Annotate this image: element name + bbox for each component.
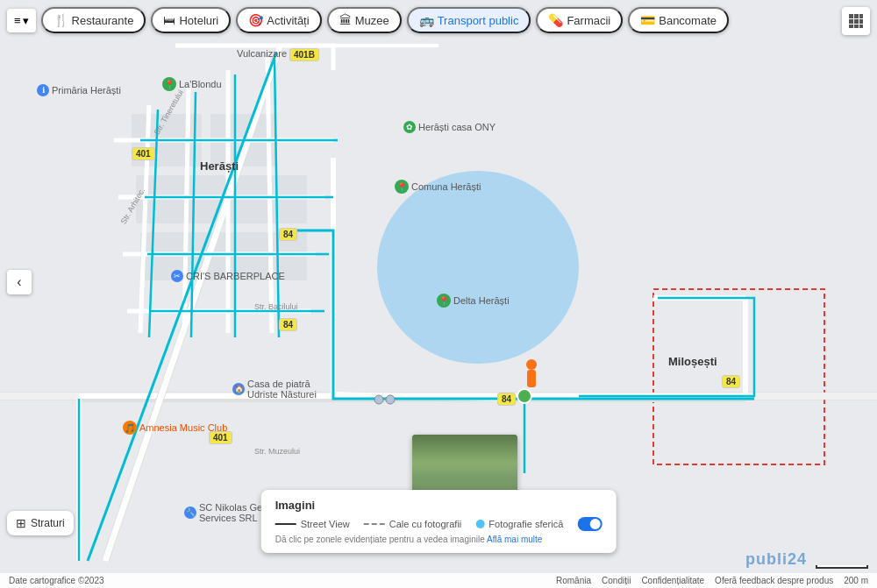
legend-foto-sferica: Fotografie sferică	[475, 519, 563, 529]
svg-rect-14	[527, 370, 536, 387]
foto-dot	[475, 520, 484, 528]
map-container[interactable]: ≡ ▾ 🍴Restaurante🛏Hoteluri🎯Activități🏛Muz…	[0, 0, 877, 588]
svg-rect-25	[854, 25, 859, 28]
date-info: Date cartografice ©2023	[9, 576, 104, 585]
svg-point-15	[526, 359, 537, 370]
svg-point-13	[517, 389, 531, 403]
apps-grid-button[interactable]	[842, 7, 870, 35]
hamburger-icon: ≡	[14, 14, 21, 27]
calea-foto-line	[364, 523, 385, 525]
svg-rect-20	[859, 14, 863, 18]
legend-items: Street View Cale cu fotografii Fotografi…	[275, 517, 602, 531]
top-bar: ≡ ▾ 🍴Restaurante🛏Hoteluri🎯Activități🏛Muz…	[7, 7, 729, 33]
scale-bar	[816, 565, 868, 569]
svg-point-16	[374, 395, 383, 404]
category-label-transport: Transport public	[438, 14, 519, 27]
svg-rect-26	[859, 25, 863, 28]
category-activitati[interactable]: 🎯Activități	[236, 7, 321, 33]
category-icon-activitati: 🎯	[248, 13, 263, 27]
road-badge-84-2: 84	[279, 318, 297, 331]
category-bancomate[interactable]: 💳Bancomate	[628, 7, 729, 33]
layers-label: Straturi	[31, 517, 65, 529]
category-icon-muzee: 🏛	[339, 13, 352, 27]
category-farmacii[interactable]: 💊Farmacii	[536, 7, 623, 33]
privacy-link[interactable]: Confidențialitate	[641, 576, 704, 585]
feedback-link[interactable]: Oferă feedback despre produs	[715, 576, 833, 585]
bottom-status-bar: Date cartografice ©2023 România Condiții…	[0, 573, 877, 588]
country-label[interactable]: România	[556, 576, 591, 585]
street-view-label: Street View	[301, 519, 350, 529]
svg-rect-24	[849, 25, 853, 28]
legend-panel: Imagini Street View Cale cu fotografii F…	[261, 490, 617, 553]
legend-note: Dă clic pe zonele evidențiate pentru a v…	[275, 535, 602, 544]
legend-title: Imagini	[275, 499, 602, 512]
road-badge-401-2: 401	[209, 431, 232, 444]
category-icon-hoteluri: 🛏	[163, 13, 175, 27]
category-icon-farmacii: 💊	[548, 13, 563, 27]
svg-point-17	[386, 395, 395, 404]
street-view-line	[275, 523, 296, 525]
road-badge-84-3: 84	[497, 393, 516, 406]
category-label-farmacii: Farmacii	[567, 14, 610, 27]
pan-left-button[interactable]: ‹	[7, 270, 32, 294]
legend-link[interactable]: Află mai multe	[487, 535, 542, 544]
category-transport[interactable]: 🚌Transport public	[407, 7, 531, 33]
layers-icon: ⊞	[16, 516, 26, 530]
legend-street-view: Street View	[275, 519, 350, 529]
category-hoteluri[interactable]: 🛏Hoteluri	[151, 7, 231, 33]
scale-indicator	[816, 565, 868, 569]
svg-rect-18	[849, 14, 853, 18]
svg-rect-22	[854, 19, 859, 24]
category-label-activitati: Activități	[267, 14, 309, 27]
legend-calea-foto: Cale cu fotografii	[364, 519, 462, 529]
category-label-restaurante: Restaurante	[72, 14, 134, 27]
category-bar-container: 🍴Restaurante🛏Hoteluri🎯Activități🏛Muzee🚌T…	[41, 7, 729, 33]
category-restaurante[interactable]: 🍴Restaurante	[41, 7, 146, 33]
grid-icon	[848, 13, 864, 29]
foto-sferica-label: Fotografie sferică	[488, 519, 563, 529]
svg-rect-21	[849, 19, 853, 24]
category-label-muzee: Muzee	[355, 14, 389, 27]
terms-link[interactable]: Condiții	[602, 576, 631, 585]
legend-note-text: Dă clic pe zonele evidențiate pentru a v…	[275, 535, 485, 544]
category-label-bancomate: Bancomate	[659, 14, 717, 27]
road-badge-84-1: 84	[279, 228, 297, 241]
svg-rect-23	[859, 19, 863, 24]
svg-point-11	[377, 171, 579, 364]
category-icon-bancomate: 💳	[640, 13, 655, 27]
bottom-right-info: România Condiții Confidențialitate Oferă…	[556, 576, 868, 585]
scale-label: 200 m	[844, 576, 868, 585]
svg-rect-19	[854, 14, 859, 18]
category-muzee[interactable]: 🏛Muzee	[327, 7, 402, 33]
category-label-hoteluri: Hoteluri	[179, 14, 218, 27]
chevron-icon: ▾	[23, 14, 29, 27]
layers-button[interactable]: ⊞ Straturi	[7, 511, 74, 535]
category-icon-restaurante: 🍴	[53, 13, 68, 27]
map-menu-toggle[interactable]: ≡ ▾	[7, 9, 36, 32]
watermark: publi24	[745, 550, 807, 569]
calea-foto-label: Cale cu fotografii	[389, 519, 462, 529]
legend-toggle[interactable]	[577, 517, 602, 531]
road-badge-84-4: 84	[722, 375, 740, 388]
road-badge-401b: 401B	[289, 48, 319, 61]
category-icon-transport: 🚌	[419, 13, 434, 27]
road-badge-401-1: 401	[132, 147, 155, 160]
